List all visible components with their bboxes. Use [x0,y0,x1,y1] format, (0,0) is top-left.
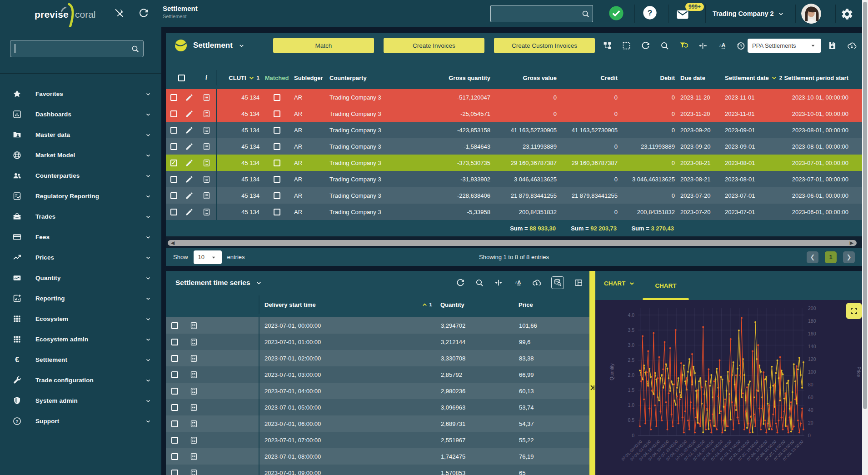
column-header-price[interactable]: Price [516,301,589,308]
timeseries-row[interactable]: 2023-07-01, 05:00:003,09696353,74 [166,399,589,415]
row-checkbox[interactable] [170,209,177,215]
details-icon[interactable] [202,142,211,151]
row-checkbox[interactable] [171,470,178,475]
row-checkbox[interactable] [171,404,178,411]
table-row[interactable]: ✓45 134ARTrading Company 3-373,53073529 … [166,155,862,171]
page-button[interactable]: 1 [825,251,837,263]
column-header-debit[interactable]: Debit [620,75,678,81]
table-row[interactable]: 45 134ARTrading Company 3-31,9339023 046… [166,171,862,187]
page-size-select[interactable]: 10 [194,250,222,264]
row-checkbox[interactable] [171,339,178,345]
font-size-icon[interactable]: AA [717,41,727,50]
row-checkbox[interactable] [170,176,177,183]
details-icon[interactable] [183,338,204,346]
collapse-icon[interactable] [494,278,503,287]
page-scrollbar-thumb[interactable] [863,2,867,409]
timeseries-row[interactable]: 2023-07-01, 09:00:001,57085365 [166,465,589,475]
row-checkbox[interactable] [171,371,178,378]
edit-icon[interactable] [184,142,194,151]
details-icon[interactable] [183,403,204,412]
sidebar-item-fees[interactable]: Fees [0,227,161,247]
column-header-credit[interactable]: Credit [559,75,620,81]
column-header-period_start[interactable]: Settlement period start [782,75,862,81]
details-icon[interactable] [183,452,204,461]
marquee-icon[interactable] [622,41,631,50]
timeseries-row[interactable]: 2023-07-01, 03:00:002,8579266,99 [166,366,589,383]
matched-checkbox[interactable] [274,127,280,134]
create-custom-invoices-button[interactable]: Create Custom Invoices [494,38,595,53]
details-icon[interactable] [183,370,204,379]
search-icon[interactable] [660,41,669,50]
column-header-matched[interactable]: Matched [262,75,291,81]
row-checkbox[interactable] [170,110,177,117]
edit-icon[interactable] [184,191,194,200]
sidebar-item-market-model[interactable]: Market Model [0,145,161,165]
collapse-icon[interactable] [698,41,708,50]
prev-page-button[interactable]: ❮ [807,251,818,263]
row-checkbox[interactable] [171,453,178,460]
table-row[interactable]: 45 134ARTrading Company 3-228,63840621 8… [166,187,862,204]
save-icon[interactable] [828,41,837,50]
preset-dropdown[interactable]: PPA Settlements [748,39,821,53]
edit-icon[interactable] [184,93,194,102]
sidebar-item-ecosystem-admin[interactable]: Ecosystem admin [0,329,161,350]
column-header-due_date[interactable]: Due date [678,75,722,81]
row-checkbox[interactable] [171,420,178,427]
topbar-search-input[interactable] [491,10,581,17]
details-icon[interactable] [202,191,211,200]
timeseries-title-dropdown[interactable]: Settlement time series [175,279,262,287]
status-ok-icon[interactable] [609,5,625,22]
timeseries-row[interactable]: 2023-07-01, 00:00:003,294702101,66 [166,317,589,334]
table-row[interactable]: 45 134ARTrading Company 3-423,85315841 1… [166,122,862,138]
settlement-chart[interactable]: 07-01, 00:00:0007-03, 01:00:0007-04, 18:… [595,300,862,475]
horizontal-scrollbar[interactable]: ◀ ▶ [168,240,857,246]
details-icon[interactable] [202,110,211,118]
db-search-icon[interactable] [551,276,564,289]
column-header-gross_quantity[interactable]: Gross quantity [404,75,493,81]
sidebar-item-ecosystem[interactable]: Ecosystem [0,309,161,329]
sidebar-item-trade-configuration[interactable]: Trade configuration [0,370,161,390]
refresh-icon[interactable] [138,8,149,19]
sidebar-item-quantity[interactable]: Quantity [0,268,161,288]
chart-type-dropdown[interactable]: CHART [604,280,635,287]
column-header-quantity[interactable]: Quantity [438,301,516,308]
edit-icon[interactable] [184,110,194,118]
timeseries-row[interactable]: 2023-07-01, 04:00:002,98023660,13 [166,383,589,399]
edit-icon[interactable] [184,126,194,135]
next-page-button[interactable]: ❯ [843,251,855,263]
details-icon[interactable] [202,175,211,184]
matched-checkbox[interactable] [274,192,280,199]
select-all-checkbox[interactable] [178,75,185,81]
sidebar-item-reporting[interactable]: Reporting [0,288,161,309]
row-checkbox[interactable] [170,127,177,134]
row-checkbox[interactable] [170,94,177,101]
row-checkbox[interactable] [171,355,178,362]
details-icon[interactable] [202,93,211,102]
column-header-counterparty[interactable]: Counterparty [327,75,404,81]
sidebar-item-settlement[interactable]: €Settlement [0,350,161,370]
sidebar-item-master-data[interactable]: Master data [0,125,161,145]
timeseries-row[interactable]: 2023-07-01, 07:00:002,55196755,22 [166,432,589,448]
widget-title-dropdown[interactable]: Settlement [174,39,245,52]
search-icon[interactable] [581,10,590,18]
table-row[interactable]: 45 134ARTrading Company 3-25,05457100020… [166,105,862,122]
matched-checkbox[interactable] [274,160,280,166]
row-checkbox[interactable] [171,388,178,395]
timeseries-row[interactable]: 2023-07-01, 06:00:002,68973154,37 [166,415,589,432]
sidebar-search-input[interactable] [15,45,131,52]
gear-icon[interactable] [841,8,853,20]
cloud-download-icon[interactable] [847,41,857,50]
row-checkbox[interactable] [171,437,178,444]
details-icon[interactable] [183,321,204,330]
pin-off-icon[interactable] [114,8,125,19]
panel-resize-divider[interactable] [589,271,595,475]
details-icon[interactable] [183,420,204,428]
avatar[interactable] [801,4,821,24]
sidebar-item-system-admin[interactable]: System admin [0,390,161,411]
column-header-settlement_date[interactable]: Settlement date2 [722,75,782,81]
timeseries-row[interactable]: 2023-07-01, 08:00:001,74247576,19 [166,448,589,465]
search-icon[interactable] [131,45,140,53]
row-checkbox[interactable] [170,143,177,150]
details-icon[interactable] [202,159,211,167]
table-row[interactable]: 45 134ARTrading Company 3-1,58464323,119… [166,138,862,155]
